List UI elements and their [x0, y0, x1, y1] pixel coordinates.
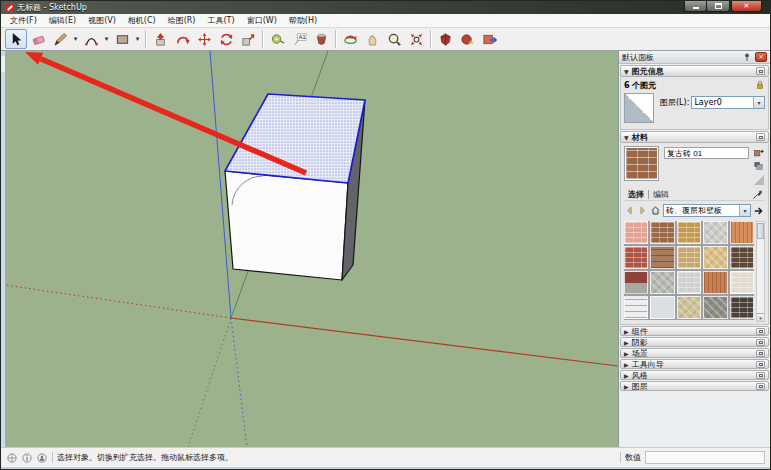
back-arrow-icon[interactable] [624, 205, 635, 216]
material-name-input[interactable] [664, 147, 749, 159]
panel-options-button[interactable] [756, 372, 765, 379]
arc-tool-button[interactable] [80, 29, 102, 49]
viewport[interactable] [5, 51, 618, 447]
chevron-down-icon[interactable]: ▾ [739, 205, 750, 216]
material-swatch[interactable] [703, 246, 727, 269]
material-swatch[interactable] [703, 296, 727, 319]
scrollbar-thumb[interactable] [757, 223, 764, 239]
material-swatch[interactable] [650, 246, 674, 269]
select-tool-button[interactable] [5, 29, 27, 49]
chevron-down-icon[interactable]: ▾ [753, 97, 764, 108]
eraser-tool-button[interactable] [27, 29, 49, 49]
maximize-button[interactable] [707, 1, 730, 12]
get-models-button[interactable] [434, 29, 456, 49]
panel-options-button[interactable] [756, 133, 765, 141]
orbit-tool-button[interactable] [339, 29, 361, 49]
menu-item[interactable]: 文件(F) [4, 14, 43, 27]
scale-tool-button[interactable] [237, 29, 259, 49]
minimize-button[interactable] [684, 1, 707, 12]
eyedropper-icon[interactable] [752, 189, 763, 200]
signin-icon[interactable] [36, 452, 48, 464]
material-swatch[interactable] [624, 221, 648, 244]
home-icon[interactable] [650, 205, 661, 216]
forward-arrow-icon[interactable] [637, 205, 648, 216]
layer-dropdown[interactable]: Layer0 ▾ [691, 96, 765, 109]
rotate-tool-button[interactable] [215, 29, 237, 49]
dropdown-arrow-icon[interactable]: ▾ [71, 29, 80, 49]
tape-measure-tool-button[interactable] [266, 29, 288, 49]
swatch-scrollbar[interactable]: ▾ [756, 221, 765, 322]
expand-arrow-icon: ▶ [624, 383, 629, 390]
lock-icon[interactable] [755, 80, 765, 90]
zoom-extents-tool-button[interactable] [405, 29, 427, 49]
material-swatch[interactable] [730, 296, 754, 319]
details-arrow-icon[interactable] [753, 205, 765, 217]
cube-front-face[interactable] [225, 171, 348, 280]
material-swatch[interactable] [624, 296, 648, 319]
dropdown-arrow-icon[interactable]: ▾ [133, 29, 142, 49]
geolocation-icon[interactable] [6, 452, 18, 464]
panel-options-button[interactable] [756, 350, 765, 357]
text-tool-button[interactable]: A1 [288, 29, 310, 49]
material-swatch[interactable] [677, 246, 701, 269]
panel-options-button[interactable] [756, 339, 765, 346]
tray-close-button[interactable]: ✕ [755, 52, 767, 62]
material-swatch[interactable] [624, 271, 648, 294]
menu-item[interactable]: 相机(C) [122, 14, 162, 27]
material-swatch[interactable] [703, 271, 727, 294]
menu-item[interactable]: 视图(V) [82, 14, 122, 27]
menu-item[interactable]: 窗口(W) [241, 14, 283, 27]
measurements-input[interactable] [645, 451, 765, 464]
secondary-pane-icon[interactable] [753, 160, 764, 171]
material-swatch[interactable] [650, 221, 674, 244]
material-swatch[interactable] [677, 296, 701, 319]
scroll-down-icon[interactable]: ▾ [757, 313, 764, 321]
material-swatch[interactable] [650, 271, 674, 294]
create-material-icon[interactable] [753, 147, 764, 158]
share-component-button[interactable] [478, 29, 500, 49]
menu-item[interactable]: 编辑(E) [43, 14, 82, 27]
entity-info-header[interactable]: ▼ 图元信息 [620, 65, 769, 77]
material-preview[interactable] [625, 147, 658, 180]
dropdown-arrow-icon[interactable]: ▾ [102, 29, 111, 49]
collapsed-panel-bar[interactable]: ▶工具向导 [620, 359, 769, 369]
close-button[interactable]: ✕ [731, 1, 762, 12]
entity-info-title: 图元信息 [632, 66, 756, 77]
collapsed-panel-bar[interactable]: ▶组件 [620, 326, 769, 336]
material-swatch[interactable] [677, 221, 701, 244]
menu-item[interactable]: 绘图(R) [162, 14, 202, 27]
collapsed-panel-bar[interactable]: ▶场景 [620, 348, 769, 358]
material-swatch[interactable] [730, 271, 754, 294]
collapsed-panel-bar[interactable]: ▶阴影 [620, 337, 769, 347]
expand-arrow-icon: ▶ [624, 350, 629, 357]
share-model-button[interactable] [456, 29, 478, 49]
followme-tool-button[interactable] [171, 29, 193, 49]
panel-options-button[interactable] [756, 361, 765, 368]
material-swatch[interactable] [650, 296, 674, 319]
paint-bucket-tool-button[interactable] [310, 29, 332, 49]
material-swatch[interactable] [730, 221, 754, 244]
collapsed-panel-bar[interactable]: ▶图层 [620, 381, 769, 391]
material-swatch[interactable] [677, 271, 701, 294]
material-swatch[interactable] [703, 221, 727, 244]
menu-item[interactable]: 工具(T) [202, 14, 241, 27]
line-tool-button[interactable] [49, 29, 71, 49]
pushpull-tool-button[interactable] [149, 29, 171, 49]
move-tool-button[interactable] [193, 29, 215, 49]
collapsed-panel-bar[interactable]: ▶风格 [620, 370, 769, 380]
panel-options-button[interactable] [756, 67, 765, 75]
material-category-dropdown[interactable]: 砖、覆层和壁板 ▾ [663, 204, 751, 217]
menu-item[interactable]: 帮助(H) [283, 14, 323, 27]
rectangle-tool-button[interactable] [111, 29, 133, 49]
pan-tool-button[interactable] [361, 29, 383, 49]
panel-options-button[interactable] [756, 328, 765, 335]
credits-icon[interactable] [21, 452, 33, 464]
tab-select[interactable]: 选择 [624, 189, 648, 200]
material-swatch[interactable] [624, 246, 648, 269]
panel-options-button[interactable] [756, 383, 765, 390]
tab-edit[interactable]: 编辑 [649, 189, 673, 200]
pin-icon[interactable] [742, 52, 752, 62]
zoom-tool-button[interactable] [383, 29, 405, 49]
materials-header[interactable]: ▼ 材料 [620, 131, 769, 143]
material-swatch[interactable] [730, 246, 754, 269]
